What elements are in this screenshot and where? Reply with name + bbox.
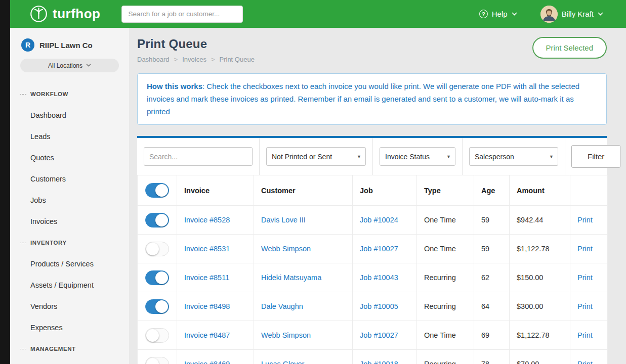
- sidebar-item-quotes[interactable]: Quotes: [10, 147, 129, 168]
- filter-bar: Not Printed or Sent ▼ Invoice Status ▼ S…: [137, 138, 607, 175]
- age-cell: 69: [474, 321, 510, 350]
- sidebar-item-vendors[interactable]: Vendors: [10, 296, 129, 317]
- invoice-link[interactable]: Invoice #8528: [184, 216, 230, 224]
- row-select-toggle[interactable]: [145, 357, 169, 364]
- print-link[interactable]: Print: [577, 302, 593, 310]
- invoice-table: Invoice Customer Job Type Age Amount Inv…: [137, 175, 608, 364]
- nav-section: REPORTS: [10, 359, 129, 364]
- invoice-link[interactable]: Invoice #8487: [184, 331, 230, 339]
- help-menu[interactable]: ? Help: [479, 10, 517, 18]
- type-cell: One Time: [417, 206, 474, 235]
- job-link[interactable]: Job #10018: [360, 360, 398, 364]
- main-content: Print Queue Dashboard > Invoices > Print…: [129, 28, 626, 364]
- row-select-toggle[interactable]: [145, 299, 169, 314]
- print-link[interactable]: Print: [577, 274, 593, 282]
- amount-cell: $942.44: [510, 206, 570, 235]
- sidebar-item-assets-equipment[interactable]: Assets / Equipment: [10, 275, 129, 296]
- row-select-toggle[interactable]: [145, 213, 169, 228]
- page-title: Print Queue: [137, 37, 255, 51]
- customer-link[interactable]: Webb Simpson: [261, 245, 311, 253]
- user-menu[interactable]: Billy Kraft: [540, 6, 603, 23]
- info-body: : Check the checkboxes next to each invo…: [147, 82, 579, 116]
- print-link[interactable]: Print: [577, 245, 593, 253]
- sidebar: R RIIPL Lawn Co All Locations WORKFLOW D…: [10, 28, 129, 364]
- company-header: R RIIPL Lawn Co: [10, 28, 129, 52]
- table-row: Invoice #8487 Webb Simpson Job #10027 On…: [138, 321, 608, 350]
- print-link[interactable]: Print: [577, 360, 593, 364]
- print-link[interactable]: Print: [577, 216, 593, 224]
- type-cell: One Time: [417, 321, 474, 350]
- col-header-type: Type: [417, 175, 474, 206]
- sidebar-item-invoices[interactable]: Invoices: [10, 211, 129, 232]
- invoice-table-body: Invoice #8528 Davis Love III Job #10024 …: [138, 206, 608, 364]
- tree-dash-icon: [20, 349, 26, 349]
- brand-name: turfhop: [53, 6, 100, 22]
- row-select-toggle[interactable]: [145, 328, 169, 343]
- invoice-status-select[interactable]: Invoice Status: [380, 147, 455, 166]
- sidebar-nav: WORKFLOW Dashboard Leads Quotes Customer…: [10, 83, 129, 364]
- row-select-toggle[interactable]: [145, 242, 169, 256]
- locations-dropdown[interactable]: All Locations: [20, 59, 119, 72]
- age-cell: 78: [474, 350, 510, 364]
- table-row: Invoice #8528 Davis Love III Job #10024 …: [138, 206, 608, 235]
- col-header-customer: Customer: [254, 175, 353, 206]
- invoice-link[interactable]: Invoice #8531: [184, 245, 230, 253]
- user-name: Billy Kraft: [562, 10, 594, 18]
- sidebar-item-jobs[interactable]: Jobs: [10, 190, 129, 211]
- col-header-age: Age: [474, 175, 510, 206]
- filter-button[interactable]: Filter: [571, 145, 620, 168]
- age-cell: 59: [474, 235, 510, 263]
- amount-cell: $1,122.78: [510, 321, 570, 350]
- breadcrumb-current: Print Queue: [220, 56, 255, 63]
- avatar: [540, 6, 558, 23]
- age-cell: 59: [474, 206, 510, 235]
- table-row: Invoice #8498 Dale Vaughn Job #10005 Rec…: [138, 292, 608, 321]
- customer-link[interactable]: Dale Vaughn: [261, 302, 303, 310]
- print-link[interactable]: Print: [577, 331, 593, 339]
- info-lead: How this works: [147, 82, 202, 90]
- print-selected-button[interactable]: Print Selected: [532, 37, 607, 59]
- customer-link[interactable]: Lucas Glover: [261, 360, 304, 364]
- left-edge-strip: [0, 0, 10, 364]
- customer-link[interactable]: Hideki Matsuyama: [261, 274, 321, 282]
- nav-section-items: Dashboard Leads Quotes Customers Jobs In…: [10, 105, 129, 232]
- job-link[interactable]: Job #10027: [360, 245, 398, 253]
- invoice-link[interactable]: Invoice #8469: [184, 360, 230, 364]
- invoice-link[interactable]: Invoice #8498: [184, 302, 230, 310]
- sidebar-item-products-services[interactable]: Products / Services: [10, 253, 129, 275]
- sidebar-item-dashboard[interactable]: Dashboard: [10, 105, 129, 126]
- customer-link[interactable]: Davis Love III: [261, 216, 306, 224]
- sidebar-item-expenses[interactable]: Expenses: [10, 317, 129, 338]
- table-header-row: Invoice Customer Job Type Age Amount: [138, 175, 608, 206]
- job-link[interactable]: Job #10005: [360, 302, 398, 310]
- sidebar-item-customers[interactable]: Customers: [10, 168, 129, 190]
- customer-link[interactable]: Webb Simpson: [261, 331, 311, 339]
- nav-section: INVENTORY Products / Services Assets / E…: [10, 232, 129, 338]
- breadcrumb-dashboard[interactable]: Dashboard: [137, 56, 170, 63]
- row-select-toggle[interactable]: [145, 270, 169, 285]
- chevron-down-icon: [512, 12, 517, 16]
- col-header-invoice: Invoice: [177, 175, 254, 206]
- type-cell: Recurring: [417, 263, 474, 292]
- invoice-link[interactable]: Invoice #8511: [184, 274, 229, 282]
- col-header-actions: [570, 175, 608, 206]
- job-link[interactable]: Job #10027: [360, 331, 398, 339]
- sidebar-item-leads[interactable]: Leads: [10, 126, 129, 147]
- breadcrumb-separator: >: [174, 56, 178, 63]
- brand-logo[interactable]: turfhop: [29, 5, 100, 23]
- select-all-toggle[interactable]: [145, 183, 169, 198]
- breadcrumb-invoices[interactable]: Invoices: [182, 56, 206, 63]
- amount-cell: $300.00: [510, 292, 570, 321]
- help-icon: ?: [479, 10, 488, 18]
- printed-status-select[interactable]: Not Printed or Sent: [266, 147, 366, 166]
- table-search-input[interactable]: [144, 147, 253, 166]
- salesperson-select[interactable]: Salesperson: [469, 147, 558, 166]
- amount-cell: $70.00: [510, 350, 570, 364]
- age-cell: 62: [474, 263, 510, 292]
- job-link[interactable]: Job #10024: [360, 216, 398, 224]
- type-cell: Recurring: [417, 292, 474, 321]
- job-link[interactable]: Job #10043: [360, 274, 398, 282]
- locations-label: All Locations: [48, 62, 82, 69]
- global-search-input[interactable]: [121, 6, 243, 23]
- breadcrumb-separator: >: [211, 56, 215, 63]
